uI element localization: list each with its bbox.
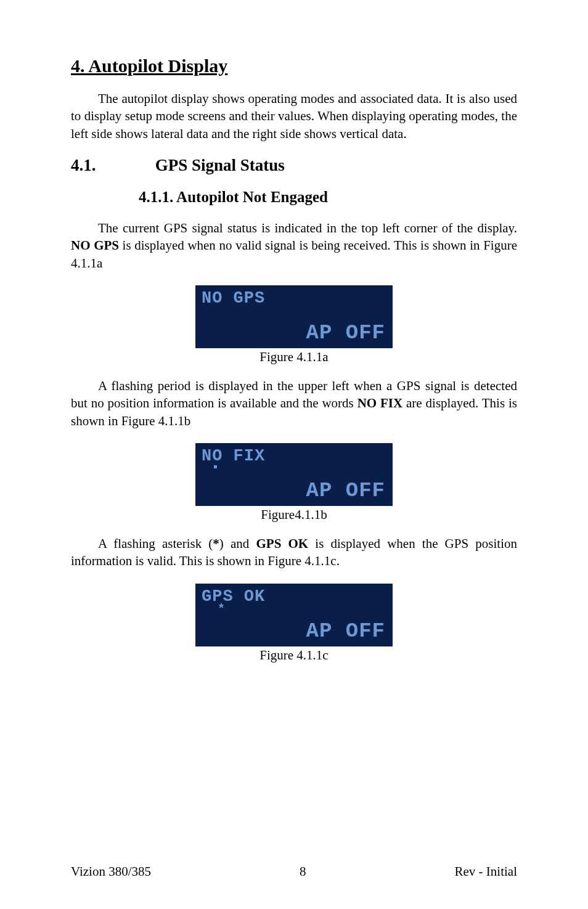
flashing-period-icon xyxy=(214,465,217,468)
paragraph-no-gps: The current GPS signal status is indicat… xyxy=(71,219,517,272)
display-ap-status: AP OFF xyxy=(306,479,385,502)
bold-no-fix: NO FIX xyxy=(357,396,403,410)
heading-2: 4.1. GPS Signal Status xyxy=(71,156,517,175)
bold-no-gps: NO GPS xyxy=(71,238,119,253)
flashing-asterisk-icon: * xyxy=(218,602,225,616)
autopilot-display-gps-ok: GPS OK * AP OFF xyxy=(195,584,393,646)
heading-1: 4. Autopilot Display xyxy=(71,55,517,76)
page-footer: Vizion 380/385 8 Rev - Initial xyxy=(71,864,517,879)
bold-gps-ok: GPS OK xyxy=(256,536,308,551)
paragraph-no-fix: A flashing period is displayed in the up… xyxy=(71,377,517,430)
bold-asterisk: * xyxy=(213,536,219,551)
footer-left: Vizion 380/385 xyxy=(71,864,151,879)
figure-caption-1: Figure 4.1.1a xyxy=(71,349,517,365)
footer-right: Rev - Initial xyxy=(455,864,517,879)
heading-2-number: 4.1. xyxy=(71,156,151,175)
footer-page-number: 8 xyxy=(300,864,306,879)
figure-caption-2: Figure4.1.1b xyxy=(71,507,517,523)
paragraph-intro: The autopilot display shows operating mo… xyxy=(71,90,517,142)
text-span: A flashing asterisk ( xyxy=(98,536,213,551)
autopilot-display-no-gps: NO GPS AP OFF xyxy=(195,285,393,348)
paragraph-gps-ok: A flashing asterisk (*) and GPS OK is di… xyxy=(71,535,517,570)
display-ap-status: AP OFF xyxy=(306,321,385,344)
text-span: is displayed when no valid signal is bei… xyxy=(71,238,517,270)
display-status-text: GPS OK xyxy=(202,587,265,606)
display-status-text: NO FIX xyxy=(202,447,265,465)
heading-3: 4.1.1. Autopilot Not Engaged xyxy=(139,189,517,206)
display-ap-status: AP OFF xyxy=(306,619,385,643)
heading-2-title: GPS Signal Status xyxy=(155,156,285,174)
display-status-text: NO GPS xyxy=(202,289,265,308)
figure-caption-3: Figure 4.1.1c xyxy=(71,648,517,663)
text-span: The current GPS signal status is indicat… xyxy=(98,221,517,235)
text-span: ) and xyxy=(219,536,256,551)
autopilot-display-no-fix: NO FIX AP OFF xyxy=(195,443,393,506)
